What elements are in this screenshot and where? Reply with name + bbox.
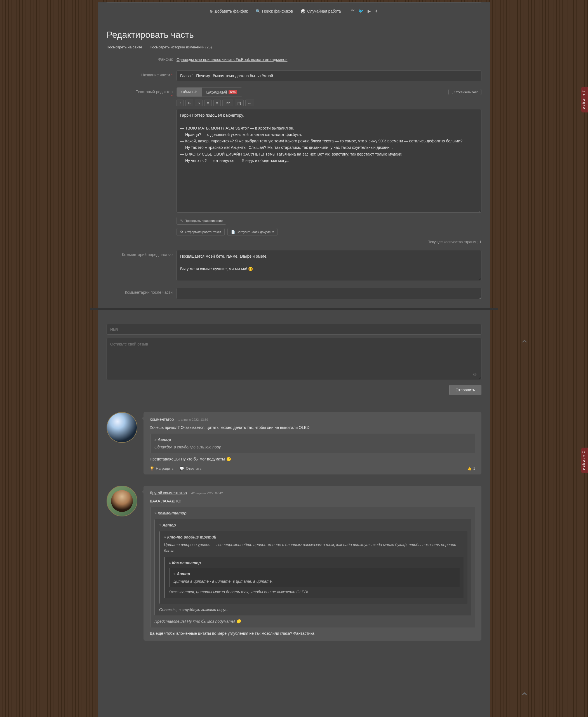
quote-author: Автор	[154, 437, 471, 443]
editor-textarea[interactable]	[176, 109, 481, 213]
format-text-button[interactable]: ⚙Отформатировать текст	[176, 228, 225, 236]
scroll-top-button[interactable]: ⌃	[520, 691, 529, 703]
scroll-top-button[interactable]: ⌃	[520, 338, 529, 350]
comment: Комментатор 1 апреля 2222, 13:69 Хочешь …	[107, 412, 481, 475]
upload-icon: 📄	[231, 230, 235, 234]
align-center-button[interactable]: ≡	[213, 100, 221, 106]
quote-author: Автор	[173, 571, 456, 577]
comment-date: 1 апреля 2222, 13:69	[178, 418, 208, 421]
nav-random[interactable]: 🎲Случайная работа	[301, 9, 341, 14]
quote-author: Комментатор	[169, 560, 460, 566]
quote-block: Комментатор Автор Цитата в цитате - в ци…	[164, 557, 463, 598]
comment-before-textarea[interactable]	[176, 250, 481, 281]
telegram-icon[interactable]: ✈	[375, 9, 378, 14]
like-button[interactable]: 👍1	[467, 466, 475, 470]
quote-author: Кто-то вообще третий	[164, 534, 463, 541]
more-button[interactable]: •••	[245, 100, 254, 106]
spellcheck-button[interactable]: ✎Проверить правописание	[176, 217, 226, 225]
quote-author: Комментатор	[154, 510, 471, 516]
quote-text: Представляешь! Ну кто бы мог подумать! 😐	[154, 618, 471, 625]
label-editor: Текстовый редактор*	[107, 87, 176, 99]
editor-tabs: Обычный Визуальныйbeta	[176, 87, 242, 97]
top-nav: ⊕Добавить фанфик 🔍Поиск фанфиков 🎲Случай…	[107, 5, 481, 18]
page-title: Редактировать часть	[107, 30, 481, 40]
comment-text: Да ещё чтобы вложенные цитаты по мере уг…	[150, 630, 475, 637]
align-left-button[interactable]: ≡	[204, 100, 211, 106]
bold-button[interactable]: B	[186, 100, 193, 106]
twitter-icon[interactable]: 🐦	[358, 9, 364, 14]
comment-text: Представляешь! Ну кто бы мог подумать! 😐	[150, 456, 475, 462]
reply-button[interactable]: 💬Ответить	[180, 466, 202, 470]
sub-links: Посмотреть на сайте | Посмотреть историю…	[107, 45, 481, 49]
thumbs-up-icon: 👍	[467, 466, 471, 470]
label-fanfic: Фанфик	[107, 55, 176, 62]
review-textarea[interactable]	[107, 338, 481, 380]
quote-text: Однажды, в студёную зимнюю пору...	[159, 607, 467, 613]
quote-text: Цитата второго уровня — всенепременнейше…	[164, 542, 463, 554]
tab-plain[interactable]: Обычный	[177, 88, 202, 97]
quote-block: Автор Цитата в цитате - в цитате, в цита…	[169, 568, 460, 587]
label-comment-before: Комментарий перед частью	[107, 250, 176, 257]
strike-button[interactable]: S	[195, 100, 203, 106]
section-divider	[90, 308, 498, 310]
reply-icon: 💬	[180, 466, 184, 470]
chapter-title-input[interactable]	[176, 70, 481, 81]
spellcheck-icon: ✎	[180, 219, 183, 223]
beta-badge: beta	[229, 90, 237, 94]
tab-button[interactable]: Tab	[223, 100, 233, 106]
discounts-tab[interactable]: СКИДКИ	[581, 87, 588, 112]
format-icon: ⚙	[180, 230, 183, 234]
comment: Другой комментатор 42 апреля 2222, 07:42…	[107, 486, 481, 641]
quote-text: Оказывается, цитаты можно делать так, чт…	[169, 589, 460, 595]
quote-block: Кто-то вообще третий Цитата второго уров…	[159, 531, 467, 604]
youtube-icon[interactable]: ▶	[368, 9, 371, 14]
fanfic-link[interactable]: Однажды мне пришлось чинить FicBook вмес…	[176, 57, 287, 62]
avatar[interactable]	[107, 486, 138, 516]
comment-after-textarea[interactable]	[176, 288, 481, 299]
expand-icon: ⛶	[451, 90, 455, 94]
label-chapter-title: Название части *	[107, 70, 176, 77]
quote-text: Однажды, в студёную зимнюю пору...	[154, 444, 471, 450]
commenter-name-link[interactable]: Другой комментатор	[150, 491, 187, 495]
comment-text: Хочешь прикол? Оказывается, цитаты можно…	[150, 424, 475, 431]
label-comment-after: Комментарий после части	[107, 288, 176, 295]
comment-text: ДААА ЛАААДНО!	[150, 498, 475, 504]
comment-date: 42 апреля 2222, 07:42	[191, 491, 223, 495]
page-count: Текущее количество страниц: 1	[176, 240, 481, 244]
italic-button[interactable]: I	[176, 100, 184, 106]
expand-field-button[interactable]: ⛶Увеличить поле	[448, 89, 481, 95]
reward-button[interactable]: 🏆Наградить	[150, 466, 173, 470]
quote-block: Автор Кто-то вообще третий Цитата второг…	[154, 519, 471, 615]
view-on-site-link[interactable]: Посмотреть на сайте	[107, 45, 142, 49]
help-button[interactable]: [?]	[235, 100, 244, 106]
view-history-link[interactable]: Посмотреть историю изменений (25)	[150, 45, 212, 49]
commenter-name-link[interactable]: Комментатор	[150, 417, 174, 422]
discounts-tab[interactable]: СКИДКИ	[581, 448, 588, 473]
upload-docx-button[interactable]: 📄Загрузить docx документ	[227, 228, 277, 236]
trophy-icon: 🏆	[150, 466, 154, 470]
search-icon: 🔍	[256, 9, 260, 14]
quote-block: Комментатор Автор Кто-то вообще третий Ц…	[150, 507, 475, 628]
quote-block: Автор Однажды, в студёную зимнюю пору...	[150, 434, 475, 453]
dice-icon: 🎲	[301, 9, 306, 14]
reviewer-name-input[interactable]	[107, 324, 481, 335]
avatar[interactable]	[107, 412, 138, 443]
quote-author: Автор	[159, 522, 467, 528]
plus-circle-icon: ⊕	[210, 9, 213, 14]
vk-icon[interactable]: ⱽᴷ	[351, 9, 354, 14]
nav-add-fanfic[interactable]: ⊕Добавить фанфик	[210, 9, 248, 14]
send-review-button[interactable]: Отправить	[449, 385, 481, 395]
emoji-picker-icon[interactable]: ☺	[472, 372, 478, 377]
tab-visual[interactable]: Визуальныйbeta	[202, 88, 242, 97]
quote-text: Цитата в цитате - в цитате, в цитате, в …	[173, 578, 456, 584]
nav-search[interactable]: 🔍Поиск фанфиков	[256, 9, 293, 14]
editor-toolbar: I B S ≡ ≡ Tab [?] •••	[176, 100, 481, 106]
